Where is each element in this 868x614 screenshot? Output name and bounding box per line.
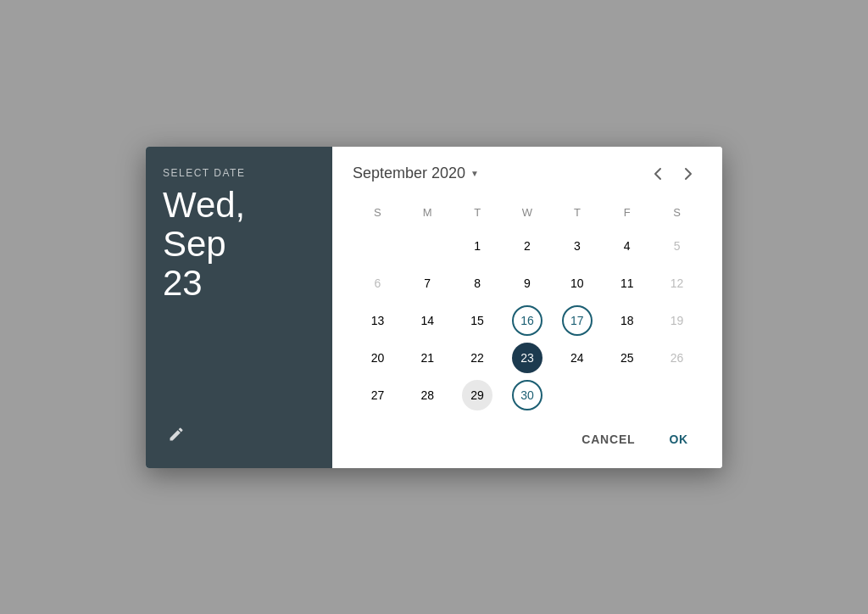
day-header: W xyxy=(503,201,553,227)
day-header: S xyxy=(353,201,403,227)
day-number[interactable]: 11 xyxy=(612,268,643,299)
day-cell: 27 xyxy=(353,377,403,414)
day-cell: 29 xyxy=(453,377,503,414)
day-number[interactable]: 13 xyxy=(362,305,392,336)
day-cell: 14 xyxy=(403,302,453,339)
day-number[interactable]: 20 xyxy=(362,343,392,373)
prev-month-button[interactable] xyxy=(644,160,671,187)
day-cell: 12 xyxy=(652,265,702,302)
day-number: 26 xyxy=(662,343,693,373)
day-number: 19 xyxy=(662,305,693,336)
day-cell: 22 xyxy=(453,339,503,377)
selected-date-display: Wed, Sep 23 xyxy=(163,186,315,304)
select-date-label: SELECT DATE xyxy=(163,167,315,179)
day-number[interactable]: 7 xyxy=(412,268,442,299)
day-number: 6 xyxy=(362,268,392,299)
day-cell xyxy=(602,377,652,414)
day-number[interactable]: 8 xyxy=(462,268,492,299)
nav-buttons xyxy=(644,160,702,187)
day-cell: 9 xyxy=(503,265,553,302)
day-number[interactable]: 30 xyxy=(512,380,542,410)
day-number[interactable]: 24 xyxy=(562,343,593,373)
day-cell: 28 xyxy=(403,377,453,414)
day-number[interactable]: 17 xyxy=(562,305,593,336)
day-cell: 17 xyxy=(552,302,602,339)
day-cell: 26 xyxy=(652,339,702,377)
day-cell: 18 xyxy=(602,302,652,339)
day-header: S xyxy=(652,201,702,227)
calendar-grid: SMTWTFS123456789101112131415161718192021… xyxy=(353,201,702,414)
calendar-header: September 2020 ▼ xyxy=(353,160,702,187)
day-number[interactable]: 9 xyxy=(512,268,542,299)
day-number[interactable]: 28 xyxy=(412,380,442,410)
next-month-button[interactable] xyxy=(675,160,702,187)
day-cell: 1 xyxy=(453,227,503,265)
day-cell xyxy=(353,227,403,265)
day-cell: 8 xyxy=(453,265,503,302)
date-picker-dialog: SELECT DATE Wed, Sep 23 September 2020 ▼ xyxy=(146,147,722,468)
ok-button[interactable]: OK xyxy=(655,424,702,455)
day-number[interactable]: 14 xyxy=(412,305,442,336)
day-cell: 2 xyxy=(503,227,553,265)
day-number[interactable]: 10 xyxy=(562,268,593,299)
day-header: M xyxy=(403,201,453,227)
day-header: T xyxy=(453,201,503,227)
day-number[interactable]: 4 xyxy=(612,231,643,261)
day-cell: 21 xyxy=(403,339,453,377)
day-cell: 19 xyxy=(652,302,702,339)
day-cell: 6 xyxy=(353,265,403,302)
day-number: 12 xyxy=(662,268,693,299)
left-panel: SELECT DATE Wed, Sep 23 xyxy=(146,147,332,468)
day-number[interactable]: 27 xyxy=(362,380,392,410)
day-cell: 7 xyxy=(403,265,453,302)
dialog-actions: CANCEL OK xyxy=(353,417,702,455)
right-panel: September 2020 ▼ SMTWTFS12345678910111 xyxy=(332,147,722,468)
month-year-button[interactable]: September 2020 ▼ xyxy=(353,165,479,182)
day-cell: 16 xyxy=(503,302,553,339)
day-cell: 3 xyxy=(552,227,602,265)
cancel-button[interactable]: CANCEL xyxy=(568,424,648,455)
day-number[interactable]: 15 xyxy=(462,305,492,336)
day-cell xyxy=(552,377,602,414)
day-number[interactable]: 22 xyxy=(462,343,492,373)
day-cell: 24 xyxy=(552,339,602,377)
day-number[interactable]: 18 xyxy=(612,305,643,336)
day-number[interactable]: 2 xyxy=(512,231,542,261)
day-number[interactable]: 1 xyxy=(462,231,492,261)
day-number[interactable]: 29 xyxy=(462,380,492,410)
day-number[interactable]: 25 xyxy=(612,343,643,373)
day-number[interactable]: 21 xyxy=(412,343,442,373)
day-number[interactable]: 16 xyxy=(512,305,542,336)
day-number[interactable]: 23 xyxy=(512,343,542,373)
day-cell xyxy=(652,377,702,414)
day-cell: 5 xyxy=(652,227,702,265)
day-header: T xyxy=(552,201,602,227)
day-cell: 10 xyxy=(552,265,602,302)
day-cell: 13 xyxy=(353,302,403,339)
day-cell: 20 xyxy=(353,339,403,377)
day-cell xyxy=(403,227,453,265)
day-header: F xyxy=(602,201,652,227)
day-number[interactable]: 3 xyxy=(562,231,593,261)
day-cell: 15 xyxy=(453,302,503,339)
day-cell: 25 xyxy=(602,339,652,377)
dropdown-arrow-icon: ▼ xyxy=(470,169,479,178)
day-cell: 11 xyxy=(602,265,652,302)
edit-date-button[interactable] xyxy=(163,421,190,448)
day-number: 5 xyxy=(662,231,693,261)
day-cell: 4 xyxy=(602,227,652,265)
day-cell: 30 xyxy=(503,377,553,414)
day-cell: 23 xyxy=(503,339,553,377)
